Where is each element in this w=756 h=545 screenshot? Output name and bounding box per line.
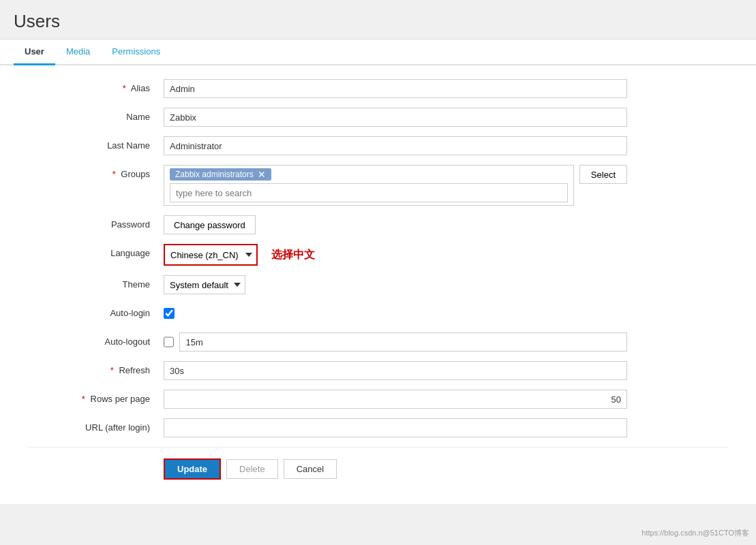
name-input[interactable] bbox=[164, 108, 627, 127]
tab-user[interactable]: User bbox=[14, 40, 55, 65]
refresh-field-wrapper bbox=[164, 361, 627, 380]
language-row: Language Default (en_GB) Chinese (zh_CN)… bbox=[27, 244, 729, 266]
form-actions: Update Delete Cancel bbox=[27, 447, 729, 490]
name-field-wrapper bbox=[164, 108, 627, 127]
alias-required: * bbox=[123, 83, 126, 93]
annotation-text: 选择中文 bbox=[271, 248, 315, 262]
rows-input[interactable] bbox=[164, 390, 627, 409]
alias-field-wrapper bbox=[164, 79, 627, 98]
groups-label: * Groups bbox=[27, 165, 164, 179]
cancel-button[interactable]: Cancel bbox=[284, 459, 337, 479]
url-input[interactable] bbox=[164, 418, 627, 437]
refresh-required: * bbox=[110, 365, 114, 375]
autologin-checkbox[interactable] bbox=[164, 308, 175, 319]
groups-wrapper: Zabbix administrators ✕ Select bbox=[164, 165, 627, 206]
autologin-label: Auto-login bbox=[27, 304, 164, 318]
groups-search-input[interactable] bbox=[170, 183, 568, 202]
password-field-wrapper: Change password bbox=[164, 215, 627, 234]
groups-required: * bbox=[112, 169, 116, 179]
autologout-input[interactable] bbox=[179, 332, 627, 352]
autologout-row: Auto-logout bbox=[27, 332, 729, 352]
tab-media[interactable]: Media bbox=[55, 40, 101, 65]
autologout-checkbox[interactable] bbox=[164, 337, 174, 347]
lastname-label: Last Name bbox=[27, 136, 164, 151]
tab-permissions[interactable]: Permissions bbox=[101, 40, 171, 65]
select-button[interactable]: Select bbox=[579, 165, 627, 184]
refresh-input[interactable] bbox=[164, 361, 627, 380]
groups-input-area: Zabbix administrators ✕ bbox=[164, 165, 574, 206]
autologout-field-wrapper bbox=[164, 332, 627, 352]
lastname-row: Last Name bbox=[27, 136, 729, 155]
alias-input[interactable] bbox=[164, 79, 627, 98]
url-field-wrapper bbox=[164, 418, 627, 437]
groups-row: * Groups Zabbix administrators ✕ Select bbox=[27, 165, 729, 206]
lastname-field-wrapper bbox=[164, 136, 627, 155]
language-row-inner: Default (en_GB) Chinese (zh_CN) English … bbox=[164, 244, 627, 266]
theme-row: Theme System default Blue Dark bbox=[27, 275, 729, 294]
url-label: URL (after login) bbox=[27, 418, 164, 433]
group-tag-remove[interactable]: ✕ bbox=[258, 170, 266, 179]
language-select-wrapper: Default (en_GB) Chinese (zh_CN) English … bbox=[164, 244, 258, 266]
rows-label: * Rows per page bbox=[27, 390, 164, 404]
delete-button[interactable]: Delete bbox=[226, 459, 278, 479]
theme-field-wrapper: System default Blue Dark bbox=[164, 275, 627, 294]
autologin-row: Auto-login bbox=[27, 304, 729, 323]
rows-field-wrapper bbox=[164, 390, 627, 409]
alias-label: * Alias bbox=[27, 79, 164, 93]
password-label: Password bbox=[27, 215, 164, 230]
language-select[interactable]: Default (en_GB) Chinese (zh_CN) English … bbox=[165, 245, 256, 264]
alias-row: * Alias bbox=[27, 79, 729, 98]
tabs-bar: User Media Permissions bbox=[0, 40, 756, 65]
rows-required: * bbox=[82, 394, 85, 404]
name-row: Name bbox=[27, 108, 729, 127]
autologout-label: Auto-logout bbox=[27, 332, 164, 347]
group-tag-zabbix-admins: Zabbix administrators ✕ bbox=[170, 168, 271, 181]
theme-select[interactable]: System default Blue Dark bbox=[164, 275, 245, 294]
language-label: Language bbox=[27, 244, 164, 258]
groups-field[interactable]: Zabbix administrators ✕ bbox=[164, 165, 574, 206]
refresh-row: * Refresh bbox=[27, 361, 729, 380]
rows-row: * Rows per page bbox=[27, 390, 729, 409]
change-password-button[interactable]: Change password bbox=[164, 215, 256, 234]
autologin-field-wrapper bbox=[164, 304, 627, 323]
url-row: URL (after login) bbox=[27, 418, 729, 437]
update-button[interactable]: Update bbox=[164, 458, 221, 480]
lastname-input[interactable] bbox=[164, 136, 627, 155]
theme-label: Theme bbox=[27, 275, 164, 290]
page-title: Users bbox=[14, 11, 742, 32]
name-label: Name bbox=[27, 108, 164, 122]
password-row: Password Change password bbox=[27, 215, 729, 234]
refresh-label: * Refresh bbox=[27, 361, 164, 375]
language-field-wrapper: Default (en_GB) Chinese (zh_CN) English … bbox=[164, 244, 627, 266]
